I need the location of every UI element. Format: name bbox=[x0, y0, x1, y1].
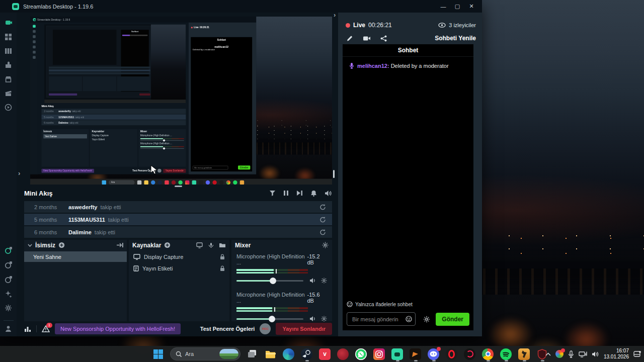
notification-center-icon[interactable] bbox=[633, 350, 641, 357]
mini-feed-section: Mini Akış 2 months aswederfty takip etti… bbox=[24, 188, 332, 239]
app-store-icon-2[interactable] bbox=[5, 261, 13, 269]
close-button[interactable]: ✕ bbox=[466, 2, 477, 11]
mute-speaker-icon[interactable] bbox=[309, 316, 316, 322]
lock-icon[interactable] bbox=[220, 254, 225, 260]
scene-transition-icon[interactable] bbox=[116, 242, 123, 248]
volume-slider[interactable] bbox=[236, 280, 303, 282]
scene-item-selected[interactable]: Yeni Sahne bbox=[24, 251, 127, 262]
channel-gear-icon[interactable] bbox=[321, 278, 327, 284]
red-round-app-icon[interactable] bbox=[337, 348, 349, 360]
maximize-button[interactable]: ▢ bbox=[452, 2, 463, 11]
chat-resize-handle[interactable] bbox=[333, 170, 335, 178]
replay-icon[interactable] bbox=[319, 216, 326, 223]
opera-gx-icon[interactable] bbox=[463, 348, 476, 360]
editor-icon[interactable] bbox=[5, 19, 13, 27]
tray-microphone-icon[interactable] bbox=[568, 350, 574, 358]
preview-footer: New Sponsorship Opportunity with HelloFr… bbox=[42, 168, 186, 173]
folder-icon[interactable] bbox=[219, 242, 226, 248]
windows-start-icon[interactable] bbox=[152, 348, 165, 360]
feed-event-row[interactable]: 5 months 1153MAU5311 takip etti bbox=[24, 214, 332, 225]
refresh-chat-button[interactable]: Sohbeti Yenile bbox=[435, 35, 476, 42]
source-row[interactable]: Display Capture bbox=[129, 251, 229, 262]
scene-collection-title[interactable]: İsimsiz bbox=[35, 242, 55, 249]
file-explorer-icon[interactable] bbox=[264, 348, 277, 360]
emoji-picker-icon[interactable] bbox=[406, 316, 412, 322]
bell-icon[interactable] bbox=[310, 190, 317, 197]
chevron-down-icon[interactable] bbox=[28, 244, 32, 247]
feed-event-row[interactable]: 2 months aswederfty takip etti bbox=[24, 201, 332, 213]
add-source-icon[interactable] bbox=[164, 242, 171, 248]
taskbar-clock[interactable]: 16:07 13.01.2026 bbox=[604, 348, 629, 360]
counter-strike-icon[interactable] bbox=[518, 348, 530, 360]
add-audio-icon[interactable] bbox=[208, 242, 214, 248]
taskbar-search-input[interactable]: Ara bbox=[170, 347, 240, 360]
add-scene-icon[interactable] bbox=[58, 242, 65, 248]
edit-pencil-icon[interactable] bbox=[346, 35, 353, 42]
stream-camera-icon[interactable] bbox=[363, 35, 371, 41]
app-store-icon-1[interactable] bbox=[5, 246, 13, 254]
chat-settings-gear-icon[interactable] bbox=[423, 316, 430, 323]
skip-to-end-icon[interactable] bbox=[296, 190, 303, 196]
replay-icon[interactable] bbox=[319, 204, 326, 210]
share-icon[interactable] bbox=[380, 35, 387, 42]
task-view-icon[interactable] bbox=[246, 348, 259, 360]
app-store-icon-3[interactable] bbox=[5, 276, 13, 284]
expand-side-chevron[interactable]: › bbox=[18, 169, 20, 177]
record-button[interactable]: REC bbox=[260, 323, 271, 334]
end-stream-button[interactable]: Yayını Sonlandır bbox=[276, 323, 332, 335]
volume-meter bbox=[236, 307, 308, 312]
test-widgets-button[interactable]: Test Pencere Ögeleri bbox=[200, 326, 255, 332]
scenes-panel: İsimsiz Yeni Sahne bbox=[24, 240, 127, 321]
discord-icon[interactable] bbox=[427, 348, 440, 360]
settings-gear-icon[interactable] bbox=[5, 304, 12, 312]
db-value: -15.6 dB bbox=[307, 292, 328, 304]
minimize-button[interactable]: — bbox=[438, 2, 449, 11]
preview-chat-panel: Live00:26:21 Sohbet melihcan12 Deleted b… bbox=[189, 23, 256, 174]
dashboard-icon[interactable] bbox=[5, 33, 12, 41]
stats-chart-icon[interactable] bbox=[24, 325, 31, 332]
tray-volume-icon[interactable] bbox=[592, 351, 599, 357]
opera-icon[interactable] bbox=[445, 348, 458, 360]
mute-speaker-icon[interactable] bbox=[309, 278, 316, 284]
stream-preview-canvas[interactable]: Streamlabs Desktop - 1.19.6 Sohbet Mini … bbox=[30, 17, 332, 185]
red-v-app-icon[interactable]: v bbox=[318, 348, 331, 360]
notifications-warning-icon[interactable]: 1 bbox=[42, 325, 50, 332]
tray-app-icon[interactable] bbox=[555, 350, 564, 358]
channel-gear-icon[interactable] bbox=[321, 316, 327, 322]
chat-username[interactable]: melihcan12 bbox=[357, 63, 387, 69]
send-button[interactable]: Gönder bbox=[436, 313, 469, 326]
slider-handle[interactable] bbox=[269, 316, 275, 322]
whatsapp-icon[interactable] bbox=[355, 348, 367, 360]
tray-network-icon[interactable] bbox=[579, 351, 587, 357]
instagram-icon[interactable] bbox=[373, 348, 385, 360]
themes-icon[interactable] bbox=[5, 61, 12, 69]
highlighter-icon[interactable] bbox=[5, 89, 12, 97]
steam-icon[interactable] bbox=[300, 348, 313, 360]
add-display-icon[interactable] bbox=[196, 242, 203, 248]
volume-icon[interactable] bbox=[325, 190, 332, 197]
layout-icon[interactable] bbox=[5, 47, 12, 55]
mixer-settings-gear-icon[interactable] bbox=[322, 242, 329, 248]
streamlabs-taskbar-icon[interactable] bbox=[391, 348, 404, 360]
feed-event-row[interactable]: 6 months Dalimine takip etti bbox=[24, 226, 332, 238]
chrome-icon[interactable] bbox=[481, 348, 494, 360]
edge-browser-icon[interactable] bbox=[282, 348, 295, 360]
replay-icon[interactable] bbox=[319, 229, 326, 235]
spotify-icon[interactable] bbox=[500, 348, 512, 360]
ai-sparkles-icon[interactable] bbox=[5, 290, 12, 298]
filter-icon[interactable] bbox=[269, 190, 276, 197]
store-icon[interactable] bbox=[5, 75, 12, 83]
volume-slider[interactable] bbox=[236, 318, 303, 320]
slider-handle[interactable] bbox=[270, 278, 276, 284]
tray-chevron-up-icon[interactable] bbox=[545, 352, 551, 356]
orange-arrow-app-icon[interactable] bbox=[409, 348, 422, 360]
profile-icon[interactable] bbox=[5, 325, 12, 332]
mouse-cursor bbox=[150, 165, 158, 175]
lock-icon[interactable] bbox=[220, 265, 225, 272]
pause-icon[interactable] bbox=[283, 190, 289, 196]
preview-resize-handle[interactable] bbox=[175, 186, 182, 187]
sponsorship-banner[interactable]: New Sponsorship Opportunity with HelloFr… bbox=[55, 323, 181, 334]
recordings-play-icon[interactable] bbox=[5, 104, 12, 111]
collapse-chat-chevron[interactable]: › bbox=[334, 11, 336, 19]
source-row[interactable]: Yayın Etiketi bbox=[129, 263, 229, 274]
